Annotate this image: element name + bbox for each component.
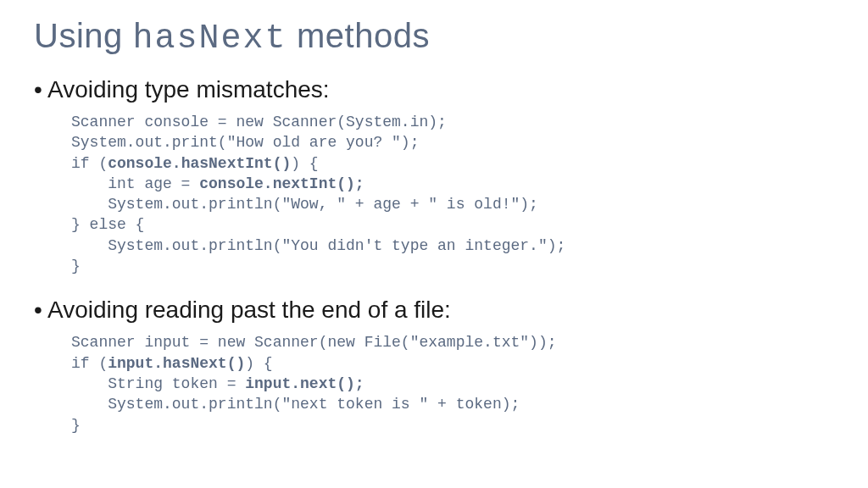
code-line: System.out.println("Wow, " + age + " is …: [71, 194, 834, 214]
code-line: }: [71, 415, 834, 435]
slide: Using hasNext methods Avoiding type mism…: [0, 0, 868, 488]
code-line: String token = input.next();: [71, 374, 834, 394]
code-line: Scanner console = new Scanner(System.in)…: [71, 112, 834, 132]
code-line: Scanner input = new Scanner(new File("ex…: [71, 332, 834, 352]
code-line: if (console.hasNextInt()) {: [71, 153, 834, 174]
code-line: int age = console.nextInt();: [71, 174, 834, 194]
title-mono: hasNext: [132, 19, 287, 58]
slide-title: Using hasNext methods: [34, 17, 834, 58]
code-line: }: [71, 256, 834, 276]
title-prefix: Using: [34, 17, 132, 54]
code-line: if (input.hasNext()) {: [71, 353, 834, 374]
bullet-2: Avoiding reading past the end of a file:: [34, 297, 834, 324]
bullet-1: Avoiding type mismatches:: [34, 76, 834, 103]
code-block-2: Scanner input = new Scanner(new File("ex…: [71, 332, 834, 435]
code-line: System.out.print("How old are you? ");: [71, 132, 834, 152]
code-line: System.out.println("You didn't type an i…: [71, 236, 834, 256]
title-suffix: methods: [287, 17, 430, 54]
code-block-1: Scanner console = new Scanner(System.in)…: [71, 112, 834, 276]
code-line: System.out.println("next token is " + to…: [71, 394, 834, 414]
code-line: } else {: [71, 214, 834, 235]
